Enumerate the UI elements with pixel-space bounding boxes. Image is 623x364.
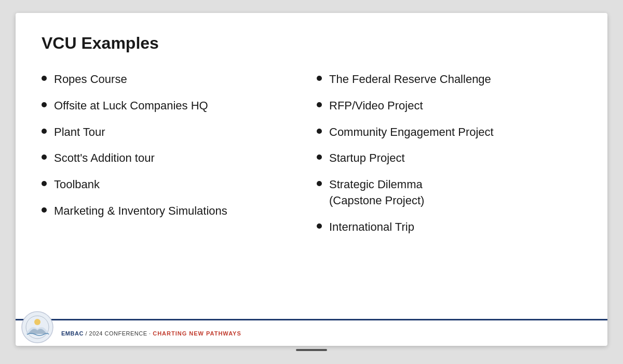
item-text: Marketing & Inventory Simulations	[54, 203, 227, 219]
item-text: Community Engagement Project	[329, 124, 494, 141]
footer-embac: EMBAC	[61, 330, 84, 337]
list-item: Ropes Course	[42, 67, 306, 92]
list-item: Toolbank	[42, 173, 306, 197]
list-item: Strategic Dilemma (Capstone Project)	[317, 173, 581, 213]
bullet-icon	[42, 129, 47, 134]
list-item: RFP/Video Project	[317, 94, 581, 118]
slide-footer: EMBAC / 2024 CONFERENCE · CHARTING NEW P…	[16, 319, 607, 346]
bullet-icon	[42, 155, 47, 160]
list-item: Plant Tour	[42, 120, 306, 145]
footer-text: EMBAC / 2024 CONFERENCE · CHARTING NEW P…	[61, 330, 241, 337]
item-text: Toolbank	[54, 177, 100, 193]
item-text: The Federal Reserve Challenge	[329, 72, 491, 88]
item-text: Ropes Course	[54, 72, 127, 88]
item-text: International Trip	[329, 219, 414, 235]
slide: VCU Examples Ropes CourseOffsite at Luck…	[16, 13, 607, 346]
list-item: Startup Project	[317, 146, 581, 171]
footer-charting: CHARTING NEW PATHWAYS	[153, 330, 241, 337]
bullet-icon	[317, 129, 322, 134]
item-text: Startup Project	[329, 150, 405, 166]
list-item: Community Engagement Project	[317, 120, 581, 145]
bullet-icon	[42, 207, 47, 213]
svg-point-2	[34, 319, 40, 325]
slide-title: VCU Examples	[42, 34, 581, 53]
list-item: The Federal Reserve Challenge	[317, 67, 581, 92]
list-item: International Trip	[317, 215, 581, 240]
content-columns: Ropes CourseOffsite at Luck Companies HQ…	[42, 67, 581, 335]
embac-logo	[21, 311, 54, 344]
right-column: The Federal Reserve ChallengeRFP/Video P…	[317, 67, 581, 335]
bullet-icon	[317, 155, 322, 160]
bullet-icon	[42, 102, 47, 107]
bullet-icon	[317, 102, 322, 107]
slide-wrapper: VCU Examples Ropes CourseOffsite at Luck…	[0, 0, 623, 364]
list-item: Scott's Addition tour	[42, 146, 306, 171]
bullet-icon	[42, 76, 47, 81]
bullet-icon	[42, 181, 47, 186]
list-item: Offsite at Luck Companies HQ	[42, 94, 306, 118]
bullet-icon	[317, 181, 322, 186]
item-text: Plant Tour	[54, 124, 105, 141]
item-text: RFP/Video Project	[329, 98, 423, 114]
item-text: Scott's Addition tour	[54, 150, 155, 166]
bullet-icon	[317, 223, 322, 229]
svg-point-0	[22, 312, 53, 343]
footer-separator: / 2024 CONFERENCE ·	[84, 330, 153, 337]
slide-progress-bar	[296, 349, 327, 351]
left-column: Ropes CourseOffsite at Luck Companies HQ…	[42, 67, 306, 335]
item-text: Strategic Dilemma (Capstone Project)	[329, 177, 424, 209]
list-item: Marketing & Inventory Simulations	[42, 199, 306, 223]
item-text: Offsite at Luck Companies HQ	[54, 98, 208, 114]
bullet-icon	[317, 76, 322, 81]
